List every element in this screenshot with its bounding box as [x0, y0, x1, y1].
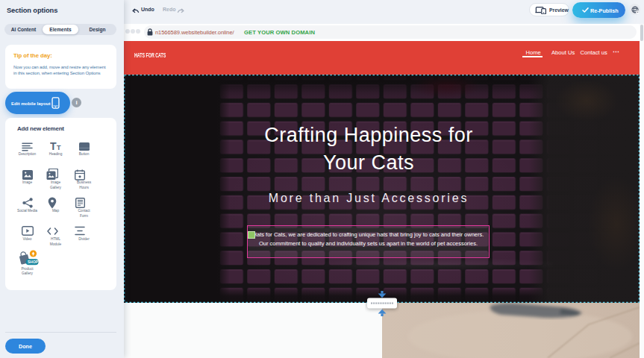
svg-text:T: T	[50, 141, 57, 152]
svg-text:T: T	[57, 144, 61, 151]
svg-text:SHOP: SHOP	[28, 260, 39, 264]
